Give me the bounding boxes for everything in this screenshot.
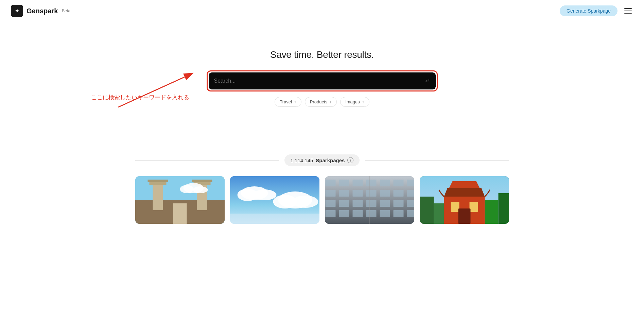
svg-rect-9 (192, 180, 212, 182)
category-products[interactable]: Products ↗ (305, 97, 337, 107)
svg-rect-4 (153, 183, 163, 210)
svg-point-13 (193, 186, 208, 193)
images-arrow-icon: ↗ (361, 100, 365, 104)
image-gallery (135, 176, 509, 224)
sparkpages-label: Sparkpages (316, 157, 345, 163)
svg-rect-29 (393, 180, 403, 186)
svg-point-12 (180, 185, 193, 193)
travel-arrow-icon: ↗ (293, 100, 297, 104)
search-input[interactable] (214, 78, 425, 84)
svg-rect-51 (407, 210, 414, 217)
svg-rect-55 (434, 203, 444, 224)
category-images-label: Images (345, 99, 360, 104)
category-travel-label: Travel (280, 99, 292, 104)
svg-rect-30 (407, 180, 414, 186)
sparkpages-section: 1,114,145 Sparkpages i (0, 154, 644, 224)
sky-image (230, 176, 319, 224)
svg-rect-44 (407, 200, 414, 207)
svg-rect-62 (485, 200, 498, 224)
svg-rect-24 (325, 180, 335, 186)
svg-rect-32 (339, 190, 349, 197)
logo-text: Genspark (27, 7, 58, 15)
svg-rect-25 (339, 180, 349, 186)
svg-rect-21 (230, 214, 319, 224)
svg-rect-50 (393, 210, 403, 217)
bali-image (135, 176, 225, 224)
beta-badge: Beta (62, 9, 70, 13)
header: ✦ Genspark Beta Generate Sparkpage (0, 0, 644, 22)
category-products-label: Products (310, 99, 327, 104)
svg-rect-38 (325, 200, 335, 207)
svg-rect-49 (380, 210, 390, 217)
gallery-card-bali[interactable] (135, 176, 225, 224)
svg-rect-27 (366, 180, 376, 186)
sparkpages-count-badge: 1,114,145 Sparkpages i (284, 154, 360, 166)
search-enter-icon: ↵ (425, 77, 430, 85)
svg-rect-39 (339, 200, 349, 207)
main-content: Save time. Better results. ↵ Travel ↗ Pr… (0, 22, 644, 224)
generate-sparkpage-button[interactable]: Generate Sparkpage (560, 5, 617, 16)
tagline: Save time. Better results. (270, 49, 374, 60)
svg-rect-43 (393, 200, 403, 207)
sparkpages-count: 1,114,145 (291, 157, 313, 163)
svg-line-1 (118, 73, 193, 107)
sparkpages-info-icon[interactable]: i (347, 157, 353, 163)
divider-left (135, 160, 279, 161)
svg-rect-37 (407, 190, 414, 197)
logo-area: ✦ Genspark Beta (11, 5, 70, 17)
category-travel[interactable]: Travel ↗ (275, 97, 301, 107)
search-box-inner: ↵ (209, 72, 436, 89)
svg-rect-63 (498, 193, 509, 224)
svg-rect-48 (366, 210, 376, 217)
svg-rect-40 (352, 200, 363, 207)
gallery-card-building[interactable] (325, 176, 414, 224)
svg-rect-41 (366, 200, 376, 207)
svg-rect-47 (352, 210, 363, 217)
header-actions: Generate Sparkpage (560, 5, 633, 16)
svg-point-20 (292, 196, 318, 208)
svg-rect-45 (325, 210, 335, 217)
search-box-outer: ↵ (207, 70, 438, 91)
svg-rect-42 (380, 200, 390, 207)
svg-rect-33 (352, 190, 363, 197)
annotation-container: ここに検索したいキーワードを入れる (91, 66, 200, 112)
svg-rect-31 (325, 190, 335, 197)
svg-rect-34 (366, 190, 376, 197)
search-wrapper: ↵ (207, 70, 438, 91)
svg-rect-36 (393, 190, 403, 197)
gallery-card-temple[interactable] (420, 176, 509, 224)
building-image (325, 176, 414, 224)
svg-rect-59 (451, 202, 459, 212)
svg-rect-54 (420, 197, 434, 224)
svg-marker-57 (444, 188, 485, 197)
gallery-card-sky[interactable] (230, 176, 319, 224)
svg-rect-28 (380, 180, 390, 186)
svg-point-17 (253, 189, 276, 200)
svg-rect-10 (173, 203, 187, 224)
svg-rect-61 (458, 208, 470, 224)
japanese-annotation-text: ここに検索したいキーワードを入れる (91, 94, 189, 101)
svg-rect-26 (352, 180, 363, 186)
red-arrow-svg (91, 66, 200, 111)
temple-image (420, 176, 509, 224)
products-arrow-icon: ↗ (328, 100, 332, 104)
svg-rect-35 (380, 190, 390, 197)
category-tags: Travel ↗ Products ↗ Images ↗ (207, 97, 438, 107)
category-images[interactable]: Images ↗ (340, 97, 369, 107)
svg-marker-58 (449, 181, 480, 188)
svg-rect-6 (147, 180, 168, 182)
sparkpages-divider: 1,114,145 Sparkpages i (135, 154, 509, 166)
logo-icon: ✦ (11, 5, 23, 17)
svg-rect-46 (339, 210, 349, 217)
divider-right (365, 160, 509, 161)
svg-rect-60 (469, 202, 478, 212)
hamburger-menu-button[interactable] (623, 7, 633, 15)
